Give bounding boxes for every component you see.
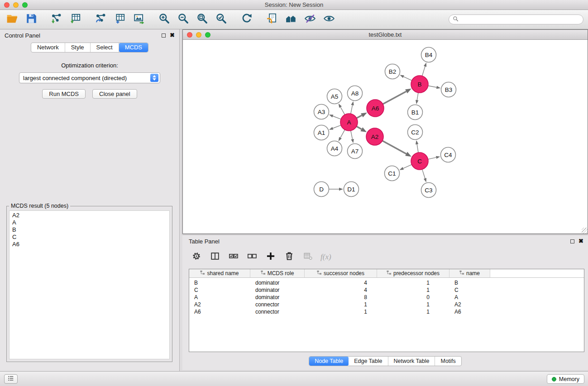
mcds-result-list[interactable]: A2ABCA6	[9, 210, 170, 359]
cell-predecessor-nodes[interactable]: 1	[377, 301, 449, 308]
mcds-result-item[interactable]: B	[10, 226, 169, 234]
graph-edge-A2-C[interactable]	[382, 141, 411, 157]
zoom-selected-button[interactable]	[215, 13, 228, 26]
open-session-button[interactable]	[5, 13, 19, 26]
export-image-button[interactable]	[132, 13, 145, 26]
tab-network-table[interactable]: Network Table	[388, 357, 435, 366]
cell-name[interactable]: A6	[449, 309, 490, 315]
tab-motifs[interactable]: Motifs	[435, 357, 461, 366]
graph-edge-A-A7[interactable]	[351, 131, 354, 143]
delete-rows-button[interactable]	[283, 251, 295, 263]
search-field[interactable]	[449, 14, 583, 24]
tab-style[interactable]: Style	[65, 43, 91, 52]
column-header-name[interactable]: name	[449, 269, 490, 277]
cell-shared-name[interactable]: C	[189, 287, 250, 293]
cell-name[interactable]: A2	[449, 301, 490, 308]
graph-edge-C-C4[interactable]	[428, 156, 440, 159]
cell-shared-name[interactable]: B	[189, 280, 250, 286]
search-input[interactable]	[461, 16, 579, 23]
add-row-button[interactable]	[265, 251, 277, 263]
cell-successor-nodes[interactable]: 8	[305, 294, 377, 300]
tab-mcds[interactable]: MCDS	[119, 43, 148, 52]
graph-node-B[interactable]: B	[411, 76, 428, 93]
first-neighbors-button[interactable]	[265, 13, 278, 26]
tab-network[interactable]: Network	[31, 43, 65, 52]
mcds-result-item[interactable]: A2	[10, 212, 169, 219]
table-close-panel-icon[interactable]: ✖	[578, 239, 583, 243]
graph-edge-A-A6[interactable]	[357, 113, 367, 118]
import-network-file-button[interactable]	[50, 13, 63, 26]
optimization-criterion-dropdown[interactable]: largest connected component (directed)	[19, 72, 160, 83]
mcds-result-item[interactable]: C	[10, 234, 169, 241]
graph-edge-D-D1[interactable]	[329, 188, 344, 191]
graph-node-A[interactable]: A	[340, 114, 358, 131]
graph-node-C3[interactable]: C3	[421, 183, 436, 198]
graph-edge-C-C3[interactable]	[422, 169, 426, 182]
zoom-in-button[interactable]	[158, 13, 171, 26]
cell-predecessor-nodes[interactable]: 1	[377, 280, 449, 286]
deselect-all-rows-button[interactable]	[246, 251, 258, 263]
resize-grip[interactable]	[582, 228, 588, 234]
graph-node-A7[interactable]: A7	[348, 144, 363, 159]
network-canvas[interactable]: AA6A2BCA1A3A4A5A7A8B1B2B3B4C1C2C3C4DD1	[183, 40, 588, 234]
select-all-rows-button[interactable]	[228, 251, 239, 263]
graph-edge-A-A5[interactable]	[339, 104, 345, 115]
cell-shared-name[interactable]: A	[189, 294, 250, 300]
function-builder-button[interactable]: f(x)	[320, 251, 331, 263]
graph-node-C1[interactable]: C1	[385, 166, 400, 181]
float-panel-icon[interactable]	[162, 33, 166, 38]
network-zoom-button[interactable]	[205, 32, 210, 38]
column-header-mcds-role[interactable]: MCDS role	[250, 269, 305, 277]
hide-graphics-details-button[interactable]	[303, 13, 316, 26]
cell-name[interactable]: B	[449, 280, 490, 286]
graph-node-B2[interactable]: B2	[385, 64, 400, 79]
graph-node-D[interactable]: D	[314, 182, 329, 197]
column-header-successor-nodes[interactable]: successor nodes	[305, 269, 377, 277]
zoom-window-button[interactable]	[22, 2, 28, 8]
graph-node-C4[interactable]: C4	[441, 148, 456, 162]
show-panels-button[interactable]	[4, 374, 18, 384]
table-row[interactable]: Bdominator41B	[189, 279, 584, 286]
graph-node-A4[interactable]: A4	[327, 141, 342, 156]
network-minimize-button[interactable]	[196, 32, 201, 38]
graph-edge-A6-B[interactable]	[383, 89, 411, 104]
table-row[interactable]: Cdominator41C	[189, 286, 584, 294]
new-table-button[interactable]	[113, 13, 126, 26]
mcds-result-item[interactable]: A	[10, 219, 169, 226]
graph-edge-B-B2[interactable]	[400, 75, 411, 81]
tab-node-table[interactable]: Node Table	[309, 357, 349, 366]
graph-edge-A-A2[interactable]	[357, 126, 367, 132]
graph-edge-A-A3[interactable]	[329, 114, 341, 119]
column-header-shared-name[interactable]: shared name	[189, 269, 250, 277]
cell-mcds-role[interactable]: connector	[250, 301, 305, 308]
graph-node-A6[interactable]: A6	[367, 100, 384, 117]
close-panel-button[interactable]: Close panel	[92, 89, 137, 99]
memory-button[interactable]: Memory	[547, 374, 584, 384]
cell-successor-nodes[interactable]: 4	[305, 287, 377, 293]
cell-shared-name[interactable]: A2	[189, 301, 250, 308]
cell-mcds-role[interactable]: dominator	[250, 294, 305, 300]
show-columns-button[interactable]	[209, 251, 221, 263]
column-settings-button[interactable]	[191, 251, 202, 263]
network-close-button[interactable]	[187, 32, 192, 38]
cell-predecessor-nodes[interactable]: 1	[377, 287, 449, 293]
graph-node-A3[interactable]: A3	[314, 105, 329, 119]
mcds-result-item[interactable]: A6	[10, 241, 169, 248]
graph-edge-A-A1[interactable]	[329, 125, 341, 130]
graph-edge-B-B4[interactable]	[422, 62, 427, 76]
cell-successor-nodes[interactable]: 1	[305, 309, 377, 315]
zoom-out-button[interactable]	[177, 13, 190, 26]
cell-mcds-role[interactable]: dominator	[250, 280, 305, 286]
cell-mcds-role[interactable]: connector	[250, 309, 305, 315]
show-graphics-details-button[interactable]	[322, 13, 335, 26]
cell-predecessor-nodes[interactable]: 0	[377, 294, 449, 300]
cell-name[interactable]: A	[449, 294, 490, 300]
graph-node-A8[interactable]: A8	[348, 86, 363, 101]
table-row[interactable]: A6connector11A6	[189, 308, 584, 315]
tab-select[interactable]: Select	[91, 43, 119, 52]
graph-edge-B-B3[interactable]	[428, 86, 441, 89]
minimize-window-button[interactable]	[13, 2, 19, 8]
cell-successor-nodes[interactable]: 1	[305, 301, 377, 308]
close-window-button[interactable]	[4, 2, 10, 8]
graph-edge-A-A8[interactable]	[351, 101, 354, 114]
